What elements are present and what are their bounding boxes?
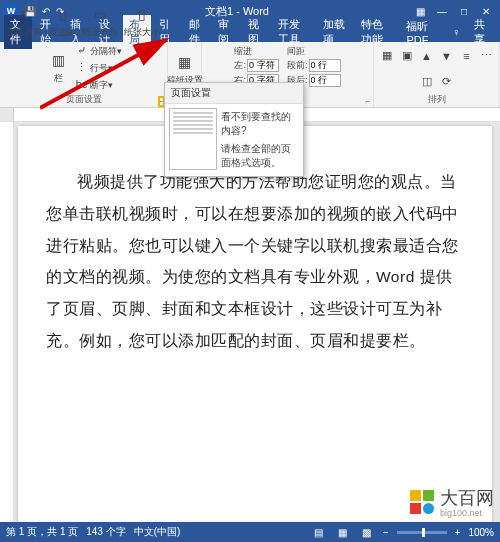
- status-language[interactable]: 中文(中国): [134, 525, 181, 539]
- watermark-logo-icon: [410, 490, 434, 514]
- group-page-setup: ≡ 文字方向 ▯ 页边距 ▭ 纸张方向 ▯ 纸张大小 ▥ 栏 ⤶分隔符▾ ⋮行号…: [0, 42, 168, 107]
- rotate-icon[interactable]: ⟳: [439, 73, 455, 89]
- quick-access-toolbar: 💾 ↶ ↷: [24, 6, 64, 17]
- selection-pane-icon[interactable]: ≡: [459, 48, 475, 64]
- group-label-page-setup: 页面设置: [66, 93, 102, 106]
- position-icon[interactable]: ▦: [379, 48, 395, 64]
- document-page[interactable]: 视频提供了功能强大的方法帮助您证明您的观点。当您单击联机视频时，可以在想要添加的…: [18, 126, 492, 522]
- hyphenation-button[interactable]: bc断字▾: [74, 76, 122, 92]
- columns-icon: ▥: [48, 49, 70, 71]
- paragraph-launcher-icon[interactable]: ⌐: [365, 97, 370, 106]
- minimize-button[interactable]: —: [432, 6, 452, 17]
- print-layout-icon[interactable]: ▦: [335, 527, 351, 538]
- watermark: 大百网 big100.net: [410, 486, 494, 518]
- save-icon[interactable]: 💾: [24, 6, 36, 17]
- size-icon: ▯: [131, 3, 153, 25]
- send-backward-icon[interactable]: ▼: [439, 48, 455, 64]
- manuscript-icon: ▦: [174, 51, 196, 73]
- line-numbers-icon: ⋮: [74, 59, 90, 75]
- breaks-icon: ⤶: [74, 42, 90, 58]
- watermark-url: big100.net: [440, 508, 494, 518]
- wrap-text-icon[interactable]: ▣: [399, 48, 415, 64]
- redo-icon[interactable]: ↷: [56, 6, 64, 17]
- tooltip-title: 页面设置: [165, 83, 303, 104]
- document-area: 视频提供了功能强大的方法帮助您证明您的观点。当您单击联机视频时，可以在想要添加的…: [0, 122, 500, 522]
- group-label-arrange: 排列: [428, 93, 446, 106]
- orientation-button[interactable]: ▭ 纸张方向: [80, 2, 120, 40]
- bring-forward-icon[interactable]: ▲: [419, 48, 435, 64]
- watermark-brand: 大百网: [440, 488, 494, 508]
- line-numbers-button[interactable]: ⋮行号▾: [74, 59, 122, 75]
- page-setup-tooltip: 页面设置 看不到要查找的内容? 请检查全部的页面格式选项。: [164, 82, 304, 177]
- zoom-slider[interactable]: [397, 531, 447, 534]
- hyphenation-icon: bc: [74, 76, 90, 92]
- group-icon[interactable]: ◫: [419, 73, 435, 89]
- zoom-level[interactable]: 100%: [468, 527, 494, 538]
- ribbon-display-options-icon[interactable]: ▦: [410, 6, 430, 17]
- breaks-button[interactable]: ⤶分隔符▾: [74, 42, 122, 58]
- undo-icon[interactable]: ↶: [42, 6, 50, 17]
- vertical-ruler[interactable]: [0, 122, 14, 522]
- spacing-header: 间距: [287, 45, 305, 58]
- status-word-count[interactable]: 143 个字: [86, 525, 125, 539]
- space-before-field[interactable]: 段前:: [287, 59, 341, 72]
- status-bar: 第 1 页，共 1 页 143 个字 中文(中国) ▤ ▦ ▩ − + 100%: [0, 522, 500, 542]
- size-button[interactable]: ▯ 纸张大小: [122, 2, 162, 40]
- orientation-icon: ▭: [89, 3, 111, 25]
- zoom-out-icon[interactable]: −: [383, 527, 389, 538]
- indent-header: 缩进: [234, 45, 252, 58]
- status-page[interactable]: 第 1 页，共 1 页: [6, 525, 78, 539]
- read-mode-icon[interactable]: ▤: [311, 527, 327, 538]
- columns-button[interactable]: ▥ 栏: [46, 48, 72, 86]
- tell-me-icon[interactable]: ♀: [446, 24, 466, 40]
- indent-left-field[interactable]: 左:: [234, 59, 279, 72]
- web-layout-icon[interactable]: ▩: [359, 527, 375, 538]
- body-paragraph: 视频提供了功能强大的方法帮助您证明您的观点。当您单击联机视频时，可以在想要添加的…: [46, 166, 464, 357]
- tooltip-thumbnail-icon: [169, 108, 217, 170]
- group-arrange: ▦ ▣ ▲ ▼ ≡ ⋯ ◫ ⟳ 排列: [374, 42, 500, 107]
- navigation-corner: [0, 108, 14, 121]
- tooltip-line1: 看不到要查找的内容?: [221, 110, 295, 138]
- tooltip-line2: 请检查全部的页面格式选项。: [221, 142, 295, 170]
- align-icon[interactable]: ⋯: [479, 48, 495, 64]
- zoom-in-icon[interactable]: +: [455, 527, 461, 538]
